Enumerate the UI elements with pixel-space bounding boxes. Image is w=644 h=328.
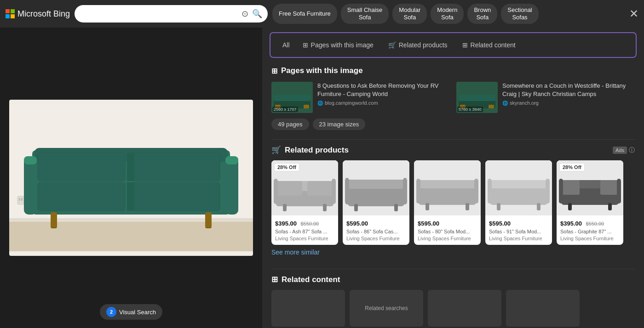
search-button[interactable]: 🔍 — [252, 9, 262, 19]
pages-tab-icon: ⊞ — [303, 41, 308, 49]
url-text-0: blog.campingworld.com — [325, 100, 378, 106]
product-price-2: $595.00 — [418, 220, 439, 227]
svg-rect-45 — [345, 178, 349, 204]
visual-search-badge[interactable]: 2 Visual Search — [100, 304, 162, 320]
svg-rect-32 — [489, 105, 494, 108]
svg-rect-2 — [9, 218, 253, 221]
tab-products[interactable]: 🛒 Related products — [382, 38, 454, 52]
content-card-3[interactable] — [506, 290, 580, 327]
right-panel[interactable]: All ⊞ Pages with this image 🛒 Related pr… — [262, 28, 644, 328]
content-cards-row: Related searches — [271, 290, 635, 327]
logo-sq-red — [6, 9, 10, 13]
pages-section: ⊞ Pages with this image 2560 x 1707 — [262, 62, 644, 137]
product-name-4: Sofas - Graphite 87" ... — [560, 228, 620, 235]
pages-section-title: ⊞ Pages with this image — [271, 62, 635, 75]
see-more-button[interactable]: See more similar — [271, 245, 320, 260]
page-card-0[interactable]: 2560 x 1707 8 Questions to Ask Before Re… — [271, 82, 450, 113]
product-card-1[interactable]: $595.00 Sofas - 86" Sofa Cas... Living S… — [343, 160, 409, 245]
visual-search-count: 2 — [106, 307, 116, 317]
svg-rect-60 — [546, 179, 550, 204]
page-thumb-0: 2560 x 1707 — [271, 82, 313, 113]
product-card-0[interactable]: 28% Off — [271, 160, 338, 245]
svg-rect-71 — [608, 203, 612, 210]
product-info-2: $595.00 Sofas - 80" Sofa Mod... Living S… — [414, 215, 481, 245]
logo-sq-yellow — [11, 14, 15, 18]
tag-small-chaise[interactable]: Small ChaiseSofa — [341, 4, 389, 23]
tag-free-sofa[interactable]: Free Sofa Furniture — [272, 4, 337, 23]
search-input[interactable] — [80, 10, 238, 18]
thumb-dim-0: 2560 x 1707 — [272, 107, 298, 112]
tag-modular[interactable]: ModularSofa — [392, 4, 427, 23]
tab-pages[interactable]: ⊞ Pages with this image — [296, 38, 380, 52]
tab-content[interactable]: ⊞ Related content — [456, 38, 522, 52]
pill-sizes[interactable]: 23 image sizes — [313, 119, 366, 130]
svg-rect-9 — [38, 153, 125, 181]
svg-rect-10 — [132, 153, 220, 181]
product-info-1: $595.00 Sofas - 86" Sofa Cas... Living S… — [343, 215, 409, 245]
svg-rect-67 — [600, 180, 618, 195]
svg-rect-55 — [466, 203, 469, 210]
product-price-4: $395.00 — [560, 220, 582, 227]
svg-rect-14 — [127, 182, 134, 211]
page-url-0: 🌐 blog.campingworld.com — [317, 100, 450, 106]
grid-icon: ⊞ — [462, 41, 468, 49]
pill-pages[interactable]: 49 pages — [271, 119, 309, 130]
info-icon[interactable]: ⓘ — [629, 146, 635, 154]
ads-label: Ads — [613, 147, 627, 154]
tag-pills: 49 pages 23 image sizes — [271, 119, 635, 130]
camera-search-button[interactable]: ⊙ — [242, 9, 248, 19]
svg-rect-50 — [419, 186, 476, 205]
svg-rect-52 — [416, 179, 420, 204]
product-store-2: Living Spaces Furniture — [418, 236, 477, 241]
tag-brown[interactable]: BrownSofa — [467, 4, 497, 23]
tab-all[interactable]: All — [278, 39, 294, 51]
tab-content-label: Related content — [471, 41, 516, 49]
close-button[interactable]: ✕ — [629, 7, 638, 20]
svg-rect-27 — [304, 105, 309, 108]
products-section: 🛒 Related products Ads ⓘ 28% Off — [262, 141, 644, 267]
svg-rect-61 — [497, 203, 500, 210]
product-store-3: Living Spaces Furniture — [489, 236, 548, 241]
tag-modern[interactable]: ModernSofa — [431, 4, 464, 23]
page-title-0: 8 Questions to Ask Before Removing Your … — [317, 82, 450, 98]
product-card-2[interactable]: $595.00 Sofas - 80" Sofa Mod... Living S… — [414, 160, 481, 245]
page-info-1: Somewhere on a Couch in Westcliffe - Bri… — [502, 82, 635, 106]
content-card-1[interactable]: Related searches — [350, 290, 423, 327]
bing-logo-squares — [6, 9, 15, 18]
product-price-1: $595.00 — [346, 220, 368, 227]
content-grid-icon: ⊞ — [271, 275, 278, 284]
tab-products-label: Related products — [399, 41, 448, 49]
svg-rect-68 — [559, 179, 563, 204]
bing-logo: Microsoft Bing — [6, 9, 70, 19]
svg-rect-19 — [51, 212, 57, 228]
product-name-2: Sofas - 80" Sofa Mod... — [418, 228, 477, 235]
tag-sectional[interactable]: SectionalSofas — [501, 4, 538, 23]
cart-section-icon: 🛒 — [271, 145, 281, 155]
content-card-0[interactable] — [271, 290, 345, 327]
page-url-1: 🌐 skyranch.org — [502, 100, 635, 106]
product-old-price-0: $550.00 — [300, 221, 319, 226]
discount-badge-0: 28% Off — [274, 163, 299, 171]
page-title-1: Somewhere on a Couch in Westcliffe - Bri… — [502, 82, 635, 98]
svg-rect-16 — [24, 156, 37, 164]
page-card-1[interactable]: 5760 x 3840 Somewhere on a Couch in West… — [456, 82, 635, 113]
page-thumb-1: 5760 x 3840 — [456, 82, 498, 113]
svg-rect-59 — [488, 179, 492, 204]
product-name-0: Sofas - Ash 87" Sofa ... — [275, 228, 334, 235]
product-info-0: $395.00 $550.00 Sofas - Ash 87" Sofa ...… — [271, 215, 338, 245]
search-icon: 🔍 — [252, 9, 262, 19]
pages-section-icon: ⊞ — [271, 67, 277, 75]
content-card-2[interactable] — [428, 290, 501, 327]
product-card-3[interactable]: $595.00 Sofas - 91" Sofa Mod... Living S… — [485, 160, 552, 245]
sofa-svg — [9, 104, 253, 251]
svg-rect-36 — [277, 181, 302, 196]
svg-rect-48 — [394, 204, 398, 211]
svg-rect-11 — [127, 153, 134, 181]
svg-rect-13 — [132, 182, 220, 211]
discount-badge-4: 28% Off — [559, 163, 585, 171]
svg-rect-41 — [323, 204, 327, 211]
product-img-0: 28% Off — [271, 160, 338, 215]
svg-rect-44 — [347, 180, 405, 189]
product-card-4[interactable]: 28% Off — [557, 160, 623, 245]
product-store-4: Living Spaces Furniture — [560, 236, 620, 241]
